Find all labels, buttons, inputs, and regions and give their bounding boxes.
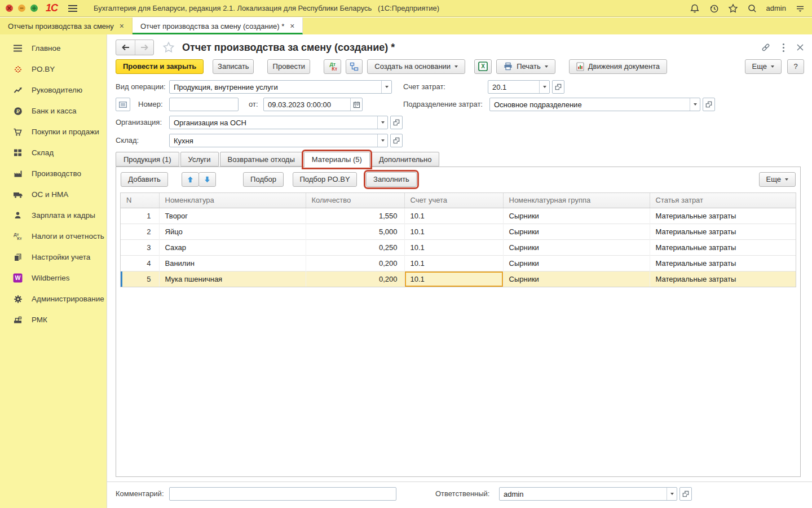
cost-account-field[interactable]: 20.1 — [488, 80, 550, 94]
notifications-bell-icon[interactable] — [690, 3, 700, 14]
sidebar-item-taxes[interactable]: ДтКт Налоги и отчетность — [0, 226, 107, 247]
open-department-button[interactable] — [703, 98, 715, 111]
document-movements-button[interactable]: Движения документа — [569, 59, 667, 74]
warehouse-field[interactable]: Кухня — [169, 134, 388, 147]
sidebar-item-accounting-settings[interactable]: Настройки учета — [0, 247, 107, 268]
favorites-star-icon[interactable] — [728, 3, 738, 14]
column-header-qty[interactable]: Количество — [306, 193, 404, 208]
window-zoom-button[interactable] — [30, 5, 38, 12]
sidebar-item-poby[interactable]: PO.BY — [0, 59, 107, 80]
close-tab-icon[interactable]: × — [120, 21, 124, 30]
operation-select[interactable]: Продукция, внутренние услуги — [169, 80, 392, 94]
excel-export-button[interactable]: X — [474, 59, 492, 74]
back-button[interactable] — [116, 40, 135, 55]
cell-cost-item[interactable]: Материальные затраты — [650, 239, 796, 255]
cell-group[interactable]: Сырники — [503, 271, 650, 287]
sidebar-item-warehouse[interactable]: Склад — [0, 142, 107, 163]
move-up-button[interactable] — [182, 172, 199, 187]
help-button[interactable]: ? — [787, 59, 804, 74]
cell-account[interactable]: 10.1 — [404, 208, 503, 224]
cell-group[interactable]: Сырники — [503, 208, 650, 224]
tab-returnable-waste[interactable]: Возвратные отходы — [220, 152, 303, 167]
table-row[interactable]: 4Ванилин0,20010.1СырникиМатериальные зат… — [121, 255, 796, 271]
cell-n[interactable]: 3 — [121, 239, 159, 255]
tab-additional[interactable]: Дополнительно — [371, 152, 440, 167]
search-icon[interactable] — [747, 3, 757, 14]
favorite-star-icon[interactable] — [162, 41, 175, 54]
sidebar-item-bank[interactable]: P Банк и касса — [0, 100, 107, 121]
column-header-group[interactable]: Номенклатурная группа — [503, 193, 650, 208]
cell-n[interactable]: 1 — [121, 208, 159, 224]
cell-n[interactable]: 4 — [121, 255, 159, 271]
more-button[interactable]: Еще — [745, 59, 782, 74]
topbar-menu-icon[interactable] — [795, 4, 805, 13]
cell-cost-item[interactable]: Материальные затраты — [650, 224, 796, 239]
organization-field[interactable]: Организация на ОСН — [169, 116, 388, 129]
add-row-button[interactable]: Добавить — [121, 172, 168, 187]
hamburger-menu-icon[interactable] — [68, 5, 78, 12]
pick-button[interactable]: Подбор — [243, 172, 284, 187]
table-row[interactable]: 3Сахар0,25010.1СырникиМатериальные затра… — [121, 239, 796, 255]
cell-n[interactable]: 5 — [121, 271, 159, 287]
tab-materials[interactable]: Материалы (5) — [304, 152, 370, 167]
column-header-n[interactable]: N — [121, 193, 159, 208]
sidebar-item-main[interactable]: Главное — [0, 38, 107, 59]
dropdown-button[interactable] — [690, 98, 700, 111]
cell-n[interactable]: 2 — [121, 224, 159, 239]
current-user[interactable]: admin — [766, 4, 786, 12]
responsible-field[interactable]: admin — [499, 487, 677, 501]
dt-kt-button[interactable]: ДтКт — [324, 59, 341, 74]
number-settings-button[interactable] — [116, 98, 130, 111]
date-field[interactable]: 09.03.2023 0:00:00 — [263, 98, 363, 111]
sidebar-item-payroll[interactable]: Зарплата и кадры — [0, 205, 107, 226]
cell-item[interactable]: Яйцо — [159, 224, 306, 239]
open-warehouse-button[interactable] — [390, 134, 403, 147]
cell-group[interactable]: Сырники — [503, 239, 650, 255]
open-organization-button[interactable] — [390, 116, 403, 129]
pick-poby-button[interactable]: Подбор PO.BY — [293, 172, 357, 187]
cell-cost-item[interactable]: Материальные затраты — [650, 271, 796, 287]
dropdown-button[interactable] — [381, 81, 391, 93]
dropdown-button[interactable] — [667, 488, 677, 500]
fill-button[interactable]: Заполнить — [366, 172, 417, 187]
window-minimize-button[interactable] — [18, 5, 25, 12]
cell-cost-item[interactable]: Материальные затраты — [650, 208, 796, 224]
cell-qty[interactable]: 1,550 — [306, 208, 404, 224]
cell-account[interactable]: 10.1 — [404, 255, 503, 271]
sidebar-item-production[interactable]: Производство — [0, 163, 107, 184]
cell-item[interactable]: Ванилин — [159, 255, 306, 271]
column-header-cost-item[interactable]: Статья затрат — [650, 193, 796, 208]
open-cost-account-button[interactable] — [552, 80, 564, 94]
cell-item[interactable]: Творог — [159, 208, 306, 224]
cell-item[interactable]: Мука пшеничная — [159, 271, 306, 287]
cell-group[interactable]: Сырники — [503, 224, 650, 239]
app-tab-report-list[interactable]: Отчеты производства за смену × — [0, 17, 133, 34]
post-and-close-button[interactable]: Провести и закрыть — [116, 59, 204, 74]
post-button[interactable]: Провести — [267, 59, 310, 74]
cell-qty[interactable]: 0,200 — [306, 255, 404, 271]
calendar-button[interactable] — [350, 98, 362, 111]
cell-account[interactable]: 10.1 — [404, 271, 503, 287]
table-row[interactable]: 1Творог1,55010.1СырникиМатериальные затр… — [121, 208, 796, 224]
number-input[interactable] — [169, 98, 239, 111]
tab-services[interactable]: Услуги — [180, 152, 219, 167]
dropdown-button[interactable] — [377, 134, 387, 147]
save-button[interactable]: Записать — [213, 59, 254, 74]
cell-item[interactable]: Сахар — [159, 239, 306, 255]
dropdown-button[interactable] — [377, 116, 387, 129]
column-header-item[interactable]: Номенклатура — [159, 193, 306, 208]
window-close-button[interactable] — [6, 5, 13, 12]
sidebar-item-rmk[interactable]: РМК — [0, 309, 107, 330]
sidebar-item-administration[interactable]: Администрирование — [0, 288, 107, 309]
history-icon[interactable] — [709, 3, 719, 14]
department-field[interactable]: Основное подразделение — [489, 98, 700, 111]
dropdown-button[interactable] — [539, 81, 549, 93]
kebab-menu-icon[interactable] — [782, 43, 785, 52]
forward-button[interactable] — [135, 40, 153, 55]
cell-qty[interactable]: 0,250 — [306, 239, 404, 255]
tab-products[interactable]: Продукция (1) — [116, 152, 179, 167]
close-tab-icon[interactable]: × — [290, 21, 294, 30]
create-based-on-button[interactable]: Создать на основании — [367, 59, 465, 74]
cell-qty[interactable]: 5,000 — [306, 224, 404, 239]
document-structure-button[interactable] — [346, 59, 363, 74]
